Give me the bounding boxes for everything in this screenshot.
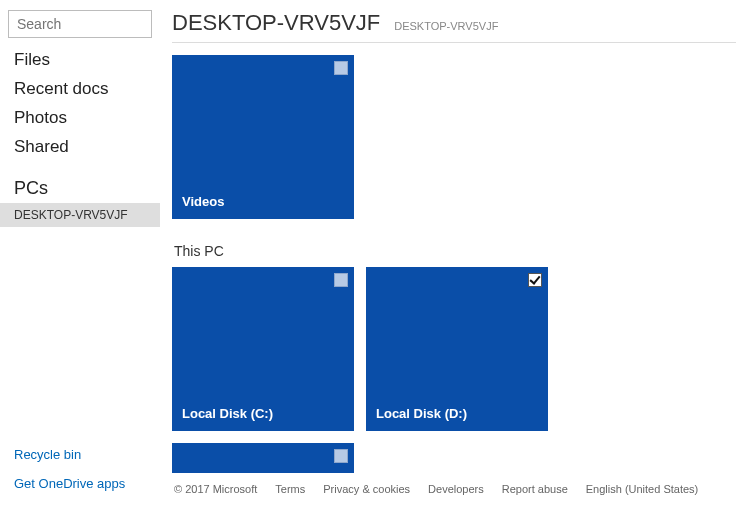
tile-local-disk-c[interactable]: Local Disk (C:) [172, 267, 354, 431]
sidebar-spacer [0, 227, 160, 447]
nav-item-shared[interactable]: Shared [0, 133, 160, 162]
pcs-header: PCs [0, 168, 160, 203]
nav-list: Files Recent docs Photos Shared [0, 46, 160, 168]
content: Videos This PC Local Disk (C:) Local Dis… [172, 43, 736, 473]
page-subtitle: DESKTOP-VRV5VJF [394, 20, 498, 32]
footer: © 2017 Microsoft Terms Privacy & cookies… [172, 473, 736, 505]
pc-item[interactable]: DESKTOP-VRV5VJF [0, 203, 160, 227]
page-header: DESKTOP-VRV5VJF DESKTOP-VRV5VJF [172, 10, 736, 43]
tile-label: Local Disk (D:) [376, 406, 467, 421]
nav-item-recent-docs[interactable]: Recent docs [0, 75, 160, 104]
footer-copyright: © 2017 Microsoft [174, 483, 257, 495]
search-input[interactable] [8, 10, 152, 38]
tile-checkbox[interactable] [334, 273, 348, 287]
recycle-bin-link[interactable]: Recycle bin [14, 447, 146, 462]
footer-link-language[interactable]: English (United States) [586, 483, 699, 495]
tile-removable-disk-e[interactable]: Removable Disk (E:) [172, 443, 354, 473]
sidebar: Files Recent docs Photos Shared PCs DESK… [0, 0, 160, 505]
tile-label: Local Disk (C:) [182, 406, 273, 421]
library-tiles: Videos [172, 55, 736, 219]
nav-item-files[interactable]: Files [0, 46, 160, 75]
nav-item-photos[interactable]: Photos [0, 104, 160, 133]
footer-link-privacy[interactable]: Privacy & cookies [323, 483, 410, 495]
tile-local-disk-d[interactable]: Local Disk (D:) [366, 267, 548, 431]
page-title: DESKTOP-VRV5VJF [172, 10, 380, 36]
get-onedrive-link[interactable]: Get OneDrive apps [14, 476, 146, 491]
tile-videos[interactable]: Videos [172, 55, 354, 219]
tile-checkbox[interactable] [334, 449, 348, 463]
tile-checkbox[interactable] [334, 61, 348, 75]
sidebar-links: Recycle bin Get OneDrive apps [0, 447, 160, 505]
footer-link-terms[interactable]: Terms [275, 483, 305, 495]
this-pc-tiles: Local Disk (C:) Local Disk (D:) Removabl… [172, 267, 736, 473]
tile-label: Videos [182, 194, 224, 209]
footer-link-developers[interactable]: Developers [428, 483, 484, 495]
tile-checkbox[interactable] [528, 273, 542, 287]
footer-link-report-abuse[interactable]: Report abuse [502, 483, 568, 495]
this-pc-header: This PC [174, 243, 736, 259]
main: DESKTOP-VRV5VJF DESKTOP-VRV5VJF Videos T… [160, 0, 750, 505]
search-wrap [0, 0, 160, 46]
app-root: Files Recent docs Photos Shared PCs DESK… [0, 0, 750, 505]
